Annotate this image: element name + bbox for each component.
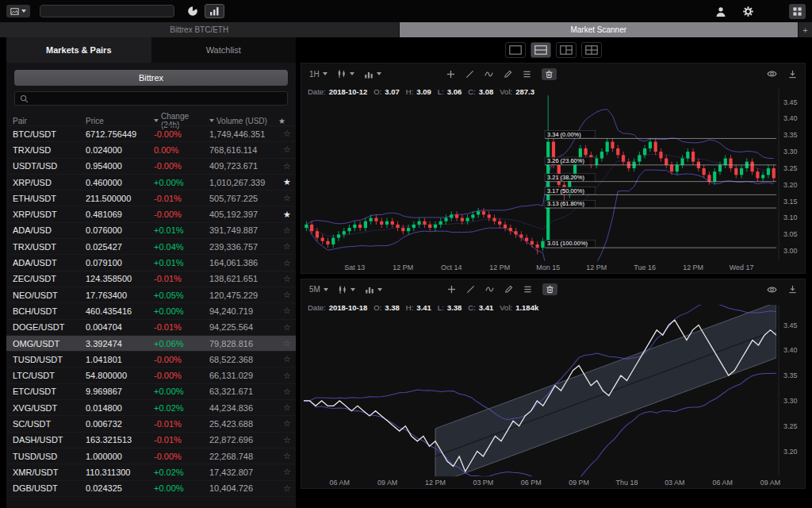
timeframe-select[interactable]: 5M [309, 285, 328, 294]
table-row[interactable]: NEO/USDT17.763400+0.05%120,475.229☆ [6, 287, 296, 302]
table-row[interactable]: TRX/USD0.0240000.00%768,616.114☆ [6, 141, 296, 157]
star-toggle[interactable]: ☆ [278, 193, 296, 203]
annotations-list-button[interactable] [523, 285, 532, 294]
star-icon[interactable]: ★ [278, 117, 296, 125]
annotations-list-button[interactable] [523, 70, 531, 79]
table-row[interactable]: BTC/USDT6712.756449-0.00%1,749,446.351☆ [6, 125, 296, 141]
add-annotation-button[interactable] [447, 285, 456, 294]
table-row[interactable]: USDT/USD0.954000-0.00%409,723.671☆ [6, 158, 296, 174]
bar-chart-view-button[interactable] [205, 4, 224, 18]
table-row[interactable]: XMR/USDT110.311300+0.02%17,432.807☆ [6, 464, 296, 479]
star-toggle[interactable]: ☆ [278, 241, 296, 252]
export-chart-button[interactable] [788, 70, 797, 79]
draw-tool-button[interactable] [504, 285, 513, 294]
star-toggle[interactable]: ☆ [278, 144, 296, 155]
delete-annotation-button[interactable] [542, 283, 557, 295]
star-toggle[interactable]: ☆ [278, 467, 296, 477]
layout-vertical-split-button[interactable] [556, 42, 576, 58]
star-toggle[interactable]: ☆ [278, 225, 296, 236]
layout-horizontal-split-button[interactable] [530, 42, 551, 58]
star-toggle[interactable]: ☆ [278, 161, 296, 171]
table-row[interactable]: OMG/USDT3.392474+0.06%79,828.816☆ [6, 335, 296, 351]
table-row[interactable]: DGB/USDT0.024325+0.00%10,404.726☆ [6, 480, 296, 496]
table-row[interactable]: ZEC/USDT124.358500-0.01%138,621.651☆ [6, 271, 296, 287]
layout-selector [301, 37, 806, 63]
draw-tool-button[interactable] [504, 70, 512, 79]
table-row[interactable]: XRP/USD0.460000+0.00%1,010,267.339★ [6, 174, 296, 190]
indicator-select[interactable] [364, 70, 381, 79]
table-row[interactable]: DOGE/USDT0.004704-0.01%94,225.564☆ [6, 319, 296, 335]
column-volume[interactable]: Volume (USD) [209, 117, 278, 125]
trendline-tool-button[interactable] [466, 285, 475, 294]
tab-markets-pairs[interactable]: Markets & Pairs [6, 37, 151, 63]
delete-annotation-button[interactable] [542, 68, 557, 80]
table-row[interactable]: TUSD/USD1.000000-0.00%22,268.748☆ [6, 448, 296, 464]
star-toggle[interactable]: ☆ [278, 290, 296, 300]
line-chart-svg: 3.453.403.353.303.253.2006 AM09 AM12 PM0… [301, 300, 805, 489]
bar-chart-icon [209, 6, 220, 16]
table-row[interactable] [6, 496, 296, 508]
star-toggle[interactable]: ☆ [278, 338, 296, 348]
visibility-toggle-button[interactable] [767, 70, 777, 78]
picture-icon [10, 8, 19, 15]
table-row[interactable]: DASH/USDT163.321513-0.01%22,872.696☆ [6, 432, 296, 448]
star-toggle[interactable]: ☆ [278, 129, 296, 139]
add-annotation-button[interactable] [446, 70, 455, 79]
star-toggle[interactable]: ★ [278, 177, 296, 187]
price-value: 17.763400 [86, 291, 154, 300]
candlestick-chart[interactable]: Date:2018-10-12O:3.07H:3.09L:3.06C:3.08V… [301, 84, 805, 273]
timeframe-select[interactable]: 1H [309, 70, 327, 79]
account-button[interactable] [715, 6, 726, 17]
layout-quad-button[interactable] [581, 42, 602, 58]
star-toggle[interactable]: ☆ [278, 418, 296, 429]
readout-value: 1.184k [515, 303, 538, 312]
star-toggle[interactable]: ☆ [278, 306, 296, 316]
star-toggle[interactable]: ☆ [278, 354, 296, 364]
table-row[interactable]: TRX/USDT0.025427+0.04%239,336.757☆ [6, 238, 296, 254]
curve-tool-button[interactable] [485, 285, 494, 294]
series-style-select[interactable] [338, 285, 355, 294]
series-style-select[interactable] [337, 69, 354, 79]
table-row[interactable]: ETC/USDT9.969867+0.00%63,321.671☆ [6, 383, 296, 399]
star-toggle[interactable]: ☆ [278, 387, 296, 397]
table-row[interactable]: XVG/USDT0.014800+0.02%44,234.836☆ [6, 399, 296, 415]
table-row[interactable]: ETH/USDT211.500000-0.01%505,767.225☆ [6, 190, 296, 206]
snapshot-menu-button[interactable] [6, 5, 30, 17]
tab-bittrex-btc-eth[interactable]: Bittrex BTC/ETH [0, 22, 400, 37]
star-toggle[interactable]: ☆ [278, 258, 296, 268]
tab-market-scanner[interactable]: Market Scanner [400, 22, 799, 37]
star-toggle[interactable]: ☆ [278, 435, 296, 445]
indicator-select[interactable] [365, 285, 382, 294]
star-toggle[interactable]: ☆ [278, 371, 296, 381]
star-toggle[interactable]: ☆ [278, 322, 296, 333]
layout-single-button[interactable] [505, 42, 526, 58]
toolbar-search-input[interactable] [40, 5, 174, 17]
table-row[interactable]: ADA/USD0.076000+0.01%391,749.887☆ [6, 222, 296, 238]
apps-grid-button[interactable] [789, 4, 806, 19]
trendline-tool-button[interactable] [465, 70, 474, 79]
table-row[interactable]: ADA/USDT0.079100+0.01%164,061.386☆ [6, 254, 296, 270]
star-toggle[interactable]: ☆ [278, 483, 296, 494]
exchange-select-button[interactable]: Bittrex [14, 70, 288, 86]
export-chart-button[interactable] [788, 285, 797, 294]
settings-button[interactable] [742, 6, 754, 17]
star-toggle[interactable]: ☆ [278, 402, 296, 413]
tab-watchlist[interactable]: Watchlist [151, 37, 297, 63]
table-row[interactable]: TUSD/USDT1.041801-0.00%68,522.368☆ [6, 351, 296, 367]
table-row[interactable]: LTC/USDT54.800000-0.00%66,131.029☆ [6, 367, 296, 383]
star-toggle[interactable]: ☆ [278, 451, 296, 461]
new-tab-button[interactable]: + [798, 22, 812, 37]
table-row[interactable]: XRP/USDT0.481069-0.00%405,192.397★ [6, 206, 296, 221]
line-chart[interactable]: Date:2018-10-18O:3.38H:3.41L:3.38C:3.41V… [301, 300, 805, 489]
table-row[interactable]: SC/USDT0.006732-0.01%25,423.688☆ [6, 415, 296, 431]
curve-tool-button[interactable] [485, 70, 493, 79]
pairs-search-input[interactable] [33, 94, 282, 103]
pie-chart-view-button[interactable] [187, 6, 198, 17]
star-toggle[interactable]: ★ [278, 210, 296, 220]
price-value: 211.500000 [86, 194, 154, 203]
column-price[interactable]: Price [86, 117, 154, 125]
star-toggle[interactable]: ☆ [278, 274, 296, 284]
column-pair[interactable]: Pair [13, 117, 86, 125]
visibility-toggle-button[interactable] [767, 286, 777, 294]
table-row[interactable]: BCH/USDT460.435416+0.00%94,240.719☆ [6, 302, 296, 318]
